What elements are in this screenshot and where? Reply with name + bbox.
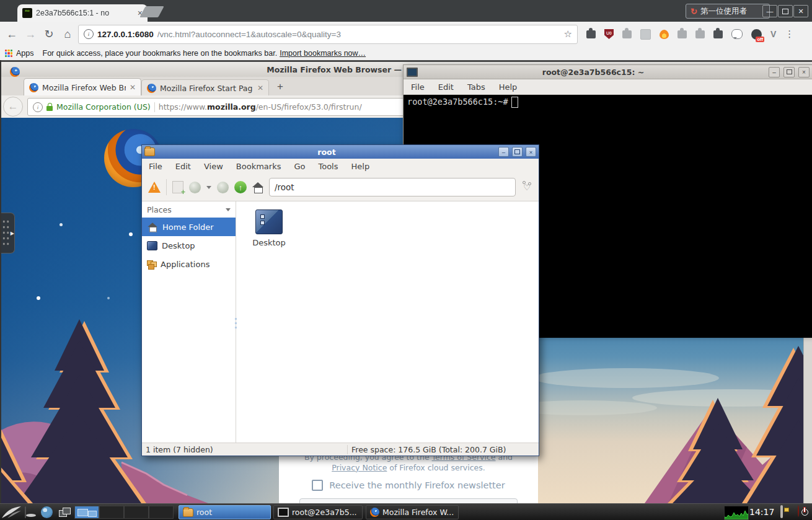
chrome-tab[interactable]: no 2e3a7b566c15:1 - no × — [17, 4, 148, 22]
firefox-address-bar[interactable]: i Mozilla Corporation (US) https://www.m… — [27, 98, 410, 116]
flame-extension-icon[interactable] — [660, 30, 669, 39]
novnc-control-handle[interactable]: ▶ — [0, 213, 15, 253]
menu-tools[interactable]: Tools — [318, 162, 338, 171]
path-input[interactable]: /root — [269, 178, 516, 196]
reload-icon[interactable]: ↻ — [40, 27, 58, 41]
terminal-close-button[interactable]: × — [798, 67, 810, 77]
fm-minimize-button[interactable]: – — [498, 147, 509, 157]
firefox-back-button[interactable]: ← — [3, 97, 23, 117]
grip-dots-icon — [2, 219, 10, 247]
firefox-tab-active[interactable]: Mozilla Firefox Web Bro ✕ — [24, 78, 141, 96]
menu-file[interactable]: File — [149, 162, 162, 171]
places-header[interactable]: Places — [142, 201, 236, 218]
firefox-favicon — [29, 83, 38, 92]
home-icon[interactable] — [252, 182, 263, 192]
lock-screen-icon[interactable] — [780, 505, 783, 518]
apps-grid-icon[interactable] — [5, 50, 12, 57]
proxy-extension-icon[interactable]: off — [751, 29, 762, 40]
up-directory-icon[interactable]: ↑ — [234, 181, 247, 193]
sidebar-splitter[interactable] — [235, 318, 237, 334]
file-manager-launcher-icon[interactable] — [25, 506, 26, 518]
tab-close-icon[interactable]: ✕ — [257, 84, 263, 92]
chrome-menu-icon[interactable]: ⋮ — [785, 29, 794, 40]
back-icon[interactable]: ← — [2, 28, 21, 41]
terminal-minimize-button[interactable]: – — [769, 67, 780, 77]
forward-icon[interactable] — [217, 182, 229, 193]
sidebar-item-applications[interactable]: Applications — [142, 255, 236, 273]
firefox-tab-startpage[interactable]: Mozilla Firefox Start Pag ✕ — [141, 79, 269, 96]
newsletter-row: Receive the monthly Firefox newsletter — [279, 480, 538, 491]
history-dropdown-icon[interactable] — [206, 186, 211, 192]
tab-close-icon[interactable]: ✕ — [130, 83, 136, 92]
profile-badge[interactable]: ↻ 第一位使用者 — [686, 4, 770, 19]
fm-titlebar[interactable]: root – × — [142, 145, 539, 159]
maximize-icon — [514, 149, 520, 154]
workspace-3[interactable] — [124, 506, 149, 519]
sync-error-icon: ↻ — [691, 7, 697, 16]
extension-puzzle-icon[interactable] — [695, 30, 705, 38]
menu-go[interactable]: Go — [294, 162, 305, 171]
file-item-desktop[interactable]: Desktop — [245, 209, 293, 247]
fm-file-area[interactable]: Desktop — [236, 201, 539, 443]
window-maximize-button[interactable] — [778, 5, 793, 17]
task-button-firefox[interactable]: Mozilla Firefox W... — [366, 505, 459, 519]
chat-extension-icon[interactable] — [731, 29, 743, 39]
clock[interactable]: 14:17 — [749, 507, 774, 517]
sidebar-item-desktop[interactable]: Desktop — [142, 236, 236, 255]
new-tab-icon[interactable] — [172, 181, 183, 193]
workspace-1[interactable] — [74, 506, 99, 519]
import-bookmarks-link[interactable]: Import bookmarks now… — [280, 49, 366, 58]
folder-icon — [183, 508, 193, 517]
task-button-fm[interactable]: root — [179, 505, 271, 519]
web-browser-launcher-icon[interactable] — [41, 506, 53, 518]
menu-tabs[interactable]: Tabs — [467, 82, 485, 92]
power-button-icon[interactable] — [798, 505, 799, 517]
firefox-new-tab-button[interactable]: + — [273, 81, 288, 94]
workspace-pager[interactable] — [74, 506, 175, 519]
newsletter-label: Receive the monthly Firefox newsletter — [329, 480, 505, 490]
terminal-titlebar[interactable]: root@2e3a7b566c15: ~ – × — [404, 65, 812, 79]
menu-view[interactable]: View — [204, 162, 223, 171]
bookmark-star-icon[interactable]: ☆ — [564, 29, 572, 40]
app-menu-icon[interactable] — [2, 506, 22, 519]
sidebar-item-home[interactable]: Home Folder — [142, 218, 236, 236]
v-extension-icon[interactable]: V — [770, 29, 776, 39]
workspace-4[interactable] — [149, 506, 174, 519]
submit-button-partial[interactable] — [299, 498, 518, 503]
fm-close-button[interactable]: × — [526, 147, 536, 157]
side-pane-toggle-icon[interactable]: ♡ — [521, 183, 532, 192]
address-bar[interactable]: i 127.0.0.1:6080 /vnc.html?autoconnect=1… — [78, 25, 578, 44]
menu-help[interactable]: Help — [499, 82, 518, 92]
menu-file[interactable]: File — [411, 82, 425, 92]
forward-icon[interactable]: → — [21, 28, 40, 41]
page-info-icon[interactable]: i — [33, 102, 43, 112]
window-minimize-button[interactable]: — — [762, 5, 777, 17]
workspace-2[interactable] — [99, 506, 124, 519]
ublock-shield-icon[interactable]: U0 — [604, 29, 614, 39]
menu-edit[interactable]: Edit — [438, 82, 454, 92]
page-info-icon[interactable]: i — [84, 29, 94, 39]
extension-puzzle-icon[interactable] — [622, 30, 632, 38]
extension-puzzle-icon[interactable] — [677, 30, 687, 38]
site-identity[interactable]: Mozilla Corporation (US) — [56, 102, 151, 112]
fm-maximize-button[interactable] — [512, 147, 523, 157]
task-button-terminal[interactable]: root@2e3a7b5... — [273, 505, 363, 519]
expand-arrow-icon: ▶ — [11, 231, 14, 236]
vnc-left-edge — [0, 60, 1, 503]
extension-grid-icon[interactable] — [640, 29, 651, 40]
home-icon[interactable]: ⌂ — [58, 28, 77, 41]
apps-label[interactable]: Apps — [16, 49, 34, 58]
menu-bookmarks[interactable]: Bookmarks — [236, 162, 281, 171]
extension-puzzle-icon[interactable] — [586, 30, 596, 38]
newsletter-checkbox[interactable] — [312, 480, 323, 491]
window-close-button[interactable]: ✕ — [793, 5, 808, 17]
terminal-maximize-button[interactable] — [783, 67, 795, 77]
chrome-tabstrip: no 2e3a7b566c15:1 - no × ↻ 第一位使用者 — ✕ — [0, 0, 812, 22]
extension-puzzle-icon[interactable] — [713, 30, 723, 38]
menu-edit[interactable]: Edit — [175, 162, 191, 171]
url-host: 127.0.0.1:6080 — [97, 30, 154, 39]
back-icon[interactable] — [189, 182, 201, 193]
menu-help[interactable]: Help — [351, 162, 370, 171]
ssl-lock-icon — [46, 106, 53, 111]
privacy-notice-link[interactable]: Privacy Notice — [332, 463, 387, 472]
